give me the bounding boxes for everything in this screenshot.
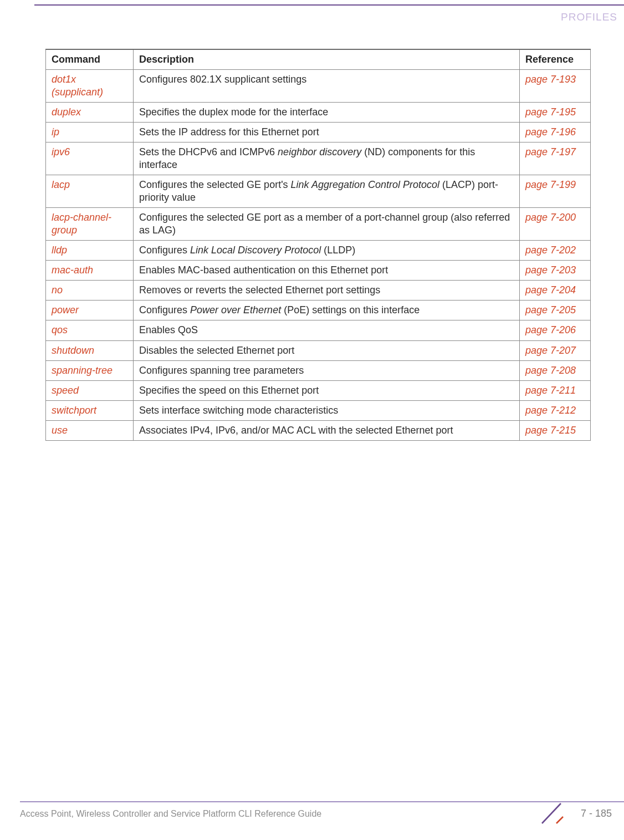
reference-link[interactable]: page 7-208 xyxy=(525,365,576,376)
description-cell: Configures spanning tree parameters xyxy=(134,360,520,380)
description-cell: Sets interface switching mode characteri… xyxy=(134,400,520,420)
table-row: powerConfigures Power over Ethernet (PoE… xyxy=(46,301,591,320)
col-header-command: Command xyxy=(46,49,134,70)
description-cell: Disables the selected Ethernet port xyxy=(134,340,520,360)
description-cell: Configures 802.1X supplicant settings xyxy=(134,70,520,103)
table-row: lldpConfigures Link Local Discovery Prot… xyxy=(46,241,591,261)
page-footer: Access Point, Wireless Controller and Se… xyxy=(20,801,624,827)
reference-link[interactable]: page 7-197 xyxy=(525,146,576,157)
command-table: Command Description Reference dot1x (sup… xyxy=(45,49,591,441)
reference-link[interactable]: page 7-206 xyxy=(525,324,576,335)
table-row: useAssociates IPv4, IPv6, and/or MAC ACL… xyxy=(46,420,591,440)
page: PROFILES Command Description Reference d… xyxy=(0,0,624,840)
description-cell: Configures Link Local Discovery Protocol… xyxy=(134,241,520,261)
reference-link[interactable]: page 7-200 xyxy=(525,212,576,223)
reference-link[interactable]: page 7-193 xyxy=(525,74,576,85)
reference-link[interactable]: page 7-199 xyxy=(525,179,576,190)
description-cell: Enables QoS xyxy=(134,320,520,340)
col-header-description: Description xyxy=(134,49,520,70)
command-link[interactable]: lacp xyxy=(52,179,70,190)
description-cell: Configures Power over Ethernet (PoE) set… xyxy=(134,301,520,320)
command-link[interactable]: lacp-channel-group xyxy=(52,212,111,236)
command-link[interactable]: use xyxy=(52,425,68,436)
col-header-reference: Reference xyxy=(520,49,591,70)
description-cell: Configures the selected GE port's Link A… xyxy=(134,175,520,208)
footer-guide-title: Access Point, Wireless Controller and Se… xyxy=(20,809,321,819)
description-cell: Specifies the speed on this Ethernet por… xyxy=(134,380,520,400)
description-cell: Specifies the duplex mode for the interf… xyxy=(134,103,520,123)
content-area: Command Description Reference dot1x (sup… xyxy=(45,49,591,441)
reference-link[interactable]: page 7-195 xyxy=(525,106,576,118)
command-link[interactable]: dot1x (supplicant) xyxy=(52,74,103,98)
description-cell: Enables MAC-based authentication on this… xyxy=(134,261,520,281)
description-cell: Sets the IP address for this Ethernet po… xyxy=(134,123,520,142)
command-link[interactable]: qos xyxy=(52,324,68,335)
reference-link[interactable]: page 7-203 xyxy=(525,264,576,276)
command-link[interactable]: ipv6 xyxy=(52,146,70,157)
command-link[interactable]: shutdown xyxy=(52,345,94,356)
command-link[interactable]: switchport xyxy=(52,405,96,416)
table-row: mac-authEnables MAC-based authentication… xyxy=(46,261,591,281)
command-link[interactable]: ip xyxy=(52,126,59,138)
header-rule xyxy=(34,4,624,6)
description-cell: Removes or reverts the selected Ethernet… xyxy=(134,281,520,301)
section-header: PROFILES xyxy=(561,11,617,23)
table-row: spanning-treeConfigures spanning tree pa… xyxy=(46,360,591,380)
table-row: shutdownDisables the selected Ethernet p… xyxy=(46,340,591,360)
command-link[interactable]: lldp xyxy=(52,245,67,256)
reference-link[interactable]: page 7-215 xyxy=(525,425,576,436)
command-link[interactable]: no xyxy=(52,284,63,296)
reference-link[interactable]: page 7-202 xyxy=(525,245,576,256)
svg-line-1 xyxy=(556,817,563,823)
command-link[interactable]: duplex xyxy=(52,106,81,118)
table-row: lacp-channel-groupConfigures the selecte… xyxy=(46,208,591,241)
table-row: qosEnables QoSpage 7-206 xyxy=(46,320,591,340)
reference-link[interactable]: page 7-205 xyxy=(525,304,576,315)
footer-page-number: 7 - 185 xyxy=(581,808,612,819)
reference-link[interactable]: page 7-212 xyxy=(525,405,576,416)
reference-link[interactable]: page 7-204 xyxy=(525,284,576,296)
footer-slash-icon xyxy=(539,800,564,826)
table-row: switchportSets interface switching mode … xyxy=(46,400,591,420)
svg-line-0 xyxy=(542,803,561,823)
table-row: lacpConfigures the selected GE port's Li… xyxy=(46,175,591,208)
table-row: ipv6Sets the DHCPv6 and ICMPv6 neighbor … xyxy=(46,142,591,175)
table-row: dot1x (supplicant)Configures 802.1X supp… xyxy=(46,70,591,103)
command-link[interactable]: mac-auth xyxy=(52,264,93,276)
reference-link[interactable]: page 7-207 xyxy=(525,345,576,356)
table-row: ipSets the IP address for this Ethernet … xyxy=(46,123,591,142)
table-row: duplexSpecifies the duplex mode for the … xyxy=(46,103,591,123)
command-link[interactable]: speed xyxy=(52,385,79,396)
command-link[interactable]: spanning-tree xyxy=(52,365,112,376)
table-row: speedSpecifies the speed on this Etherne… xyxy=(46,380,591,400)
description-cell: Configures the selected GE port as a mem… xyxy=(134,208,520,241)
reference-link[interactable]: page 7-211 xyxy=(525,385,576,396)
table-row: noRemoves or reverts the selected Ethern… xyxy=(46,281,591,301)
description-cell: Associates IPv4, IPv6, and/or MAC ACL wi… xyxy=(134,420,520,440)
description-cell: Sets the DHCPv6 and ICMPv6 neighbor disc… xyxy=(134,142,520,175)
table-header-row: Command Description Reference xyxy=(46,49,591,70)
command-link[interactable]: power xyxy=(52,304,79,315)
reference-link[interactable]: page 7-196 xyxy=(525,126,576,138)
